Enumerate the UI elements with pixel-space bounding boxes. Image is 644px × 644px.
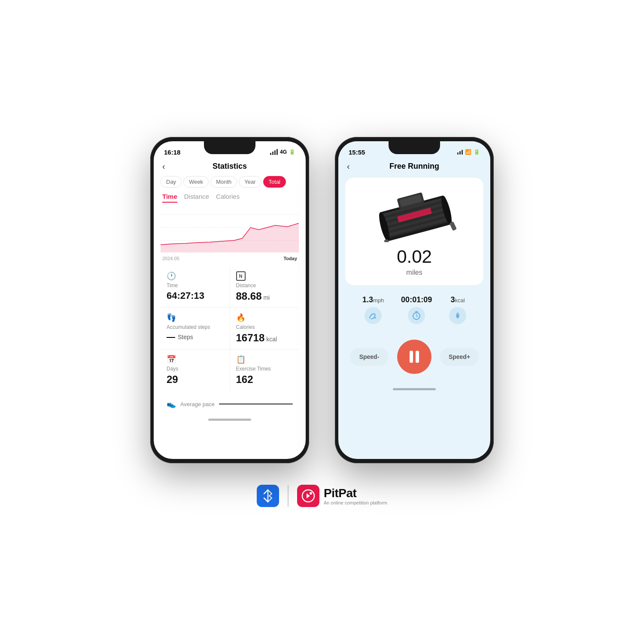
running-controls: Speed- Speed+ (338, 331, 490, 383)
back-button-right[interactable]: ‹ (347, 161, 350, 171)
steps-dash: — (167, 332, 175, 342)
tab-week[interactable]: Week (183, 176, 209, 188)
distance-value: 0.02 (397, 246, 432, 267)
chart-labels: 2024.05 Today (161, 255, 299, 262)
stat-distance-value: 88.68 mi (236, 290, 293, 302)
notch-left (204, 141, 255, 154)
svg-point-19 (310, 492, 312, 495)
stat-time: 🕐 Time 64:27:13 (161, 266, 230, 307)
stat-calories-value: 16718 kcal (236, 332, 293, 344)
distance-icon: N (236, 271, 246, 281)
time-icon: 🕐 (167, 271, 224, 281)
stat-exercise-label: Exercise Times (236, 366, 293, 372)
avg-pace-line (219, 404, 293, 404)
stat-days-label: Days (167, 366, 224, 372)
tab-distance[interactable]: Distance (184, 193, 209, 203)
stat-distance: N Distance 88.68 mi (230, 266, 299, 307)
distance-unit: miles (406, 269, 422, 276)
run-calories-icon (449, 307, 466, 324)
treadmill-svg (371, 186, 457, 242)
stats-header: ‹ Statistics (154, 160, 306, 174)
stat-days: 📅 Days 29 (161, 349, 230, 391)
pitpat-brand: PitPat An online competition platform (297, 485, 387, 507)
chart-area: 2024.05 Today (154, 206, 306, 262)
run-stat-calories: 3kcal (449, 295, 466, 324)
treadmill-card: 0.02 miles (345, 178, 483, 285)
battery-label: 🔋 (289, 149, 295, 155)
metric-tabs: Time Distance Calories (154, 191, 306, 206)
speed-plus-button[interactable]: Speed+ (440, 348, 479, 366)
avg-pace-label: Average pace (180, 401, 215, 407)
run-time-value: 00:01:09 (401, 295, 432, 304)
svg-rect-16 (449, 221, 457, 231)
running-header: ‹ Free Running (338, 160, 490, 174)
treadmill-image (371, 186, 457, 242)
steps-unit: Steps (178, 334, 193, 340)
phone-left-screen: 16:18 4G 🔋 ‹ Statistics (154, 141, 306, 459)
avg-pace-icon: 👟 (167, 399, 176, 409)
stats-grid: 🕐 Time 64:27:13 N Distance 88.68 mi 👣 Ac… (161, 266, 299, 391)
chart-start-label: 2024.05 (162, 256, 179, 261)
status-icons-left: 4G 🔋 (270, 149, 295, 155)
status-icons-right: 📶 🔋 (457, 149, 480, 155)
speed-value: 1.3mph (362, 295, 384, 304)
signal-icon (270, 149, 278, 155)
tab-year[interactable]: Year (239, 176, 261, 188)
stat-distance-label: Distance (236, 283, 293, 289)
signal-right-icon (457, 150, 463, 155)
avg-pace-row: 👟 Average pace (154, 395, 306, 413)
network-label: 4G (280, 149, 287, 155)
stat-time-value: 64:27:13 (167, 290, 224, 301)
period-tabs: Day Week Month Year Total (154, 174, 306, 191)
pause-icon (410, 351, 419, 363)
speed-minus-button[interactable]: Speed- (350, 348, 389, 366)
pitpat-logo-icon (297, 485, 319, 507)
tab-total[interactable]: Total (263, 176, 286, 188)
bluetooth-icon (257, 485, 279, 507)
run-calories-value: 3kcal (450, 295, 465, 304)
run-time-icon (408, 307, 425, 324)
status-time-left: 16:18 (164, 149, 180, 156)
phones-container: 16:18 4G 🔋 ‹ Statistics (150, 137, 494, 463)
battery-right-icon: 🔋 (474, 149, 480, 155)
stat-exercise-times: 📋 Exercise Times 162 (230, 349, 299, 391)
page-title-right: Free Running (389, 162, 439, 171)
stat-calories-label: Calories (236, 324, 293, 330)
page-title-left: Statistics (213, 162, 247, 171)
run-stat-speed: 1.3mph (362, 295, 384, 324)
tab-calories[interactable]: Calories (216, 193, 240, 203)
wifi-icon: 📶 (465, 149, 471, 155)
run-stat-time: 00:01:09 (401, 295, 432, 324)
home-indicator-right (338, 383, 490, 395)
notch-right (389, 141, 440, 154)
pitpat-subtitle: An online competition platform (324, 500, 387, 505)
calories-icon: 🔥 (236, 313, 293, 322)
stat-steps-value-row: — Steps (167, 332, 224, 342)
stat-steps: 👣 Accumulated steps — Steps (161, 308, 230, 349)
speed-icon (365, 307, 382, 324)
stat-days-value: 29 (167, 374, 224, 386)
back-button-left[interactable]: ‹ (162, 161, 165, 171)
chart-end-label: Today (283, 256, 297, 261)
steps-icon: 👣 (167, 313, 224, 322)
branding-divider (288, 485, 289, 507)
stat-steps-label: Accumulated steps (167, 324, 224, 330)
pitpat-name: PitPat (324, 486, 387, 500)
pause-button[interactable] (397, 340, 431, 374)
phone-statistics: 16:18 4G 🔋 ‹ Statistics (150, 137, 309, 463)
pitpat-text: PitPat An online competition platform (324, 486, 387, 505)
running-stats-row: 1.3mph 00:01:09 (345, 289, 483, 331)
tab-month[interactable]: Month (210, 176, 237, 188)
phone-right-screen: 15:55 📶 🔋 ‹ Free Running (338, 141, 490, 459)
branding-section: PitPat An online competition platform (257, 485, 387, 507)
stat-calories: 🔥 Calories 16718 kcal (230, 308, 299, 349)
status-time-right: 15:55 (349, 149, 365, 156)
home-indicator-left (154, 413, 306, 426)
days-icon: 📅 (167, 355, 224, 364)
stat-time-label: Time (167, 283, 224, 289)
tab-day[interactable]: Day (161, 176, 182, 188)
stat-exercise-value: 162 (236, 374, 293, 386)
tab-time[interactable]: Time (162, 193, 177, 203)
phone-running: 15:55 📶 🔋 ‹ Free Running (335, 137, 494, 463)
time-chart (161, 206, 299, 253)
